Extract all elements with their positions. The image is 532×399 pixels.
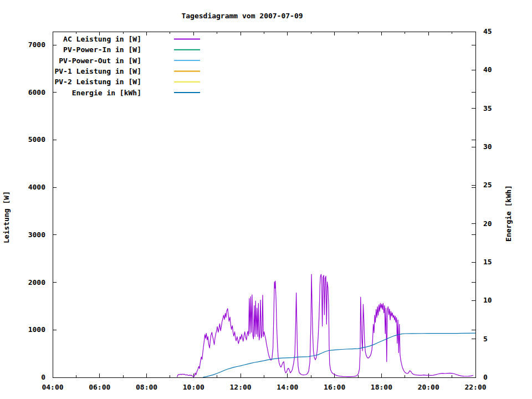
y-tick-label-right: 10 bbox=[483, 296, 492, 304]
x-tick-label: 06:00 bbox=[89, 383, 110, 391]
x-tick-label: 14:00 bbox=[277, 383, 298, 391]
x-tick-label: 16:00 bbox=[324, 383, 345, 391]
x-tick-label: 10:00 bbox=[183, 383, 204, 391]
y-tick-label-right: 20 bbox=[483, 219, 492, 228]
y-tick-label-right: 45 bbox=[483, 27, 492, 35]
x-tick-label: 18:00 bbox=[371, 383, 392, 391]
y-tick-label-right: 40 bbox=[483, 65, 492, 74]
series-line-ac-leistung-in-w bbox=[177, 274, 473, 377]
legend-label: PV-Power-Out in [W] bbox=[59, 57, 141, 65]
y-axis-label-right: Energie [kWh] bbox=[504, 185, 513, 242]
y-tick-label-right: 5 bbox=[483, 335, 488, 343]
legend-label: Energie in [kWh] bbox=[72, 89, 141, 97]
y-tick-label-left: 6000 bbox=[28, 88, 45, 96]
x-tick-label: 20:00 bbox=[418, 383, 439, 391]
plot-area: Tagesdiagramm vom 2007-07-09 Leistung [W… bbox=[0, 0, 532, 399]
x-tick-label: 08:00 bbox=[136, 383, 157, 391]
x-tick-label: 22:00 bbox=[464, 383, 486, 391]
y-tick-label-left: 3000 bbox=[28, 231, 45, 239]
legend-label: PV-2 Leistung in [W] bbox=[54, 78, 141, 86]
plot-generated-content: 04:0006:0008:0010:0012:0014:0016:0018:00… bbox=[28, 27, 492, 391]
legend-label: AC Leistung in [W] bbox=[63, 35, 141, 43]
legend-label: PV-1 Leistung in [W] bbox=[54, 67, 141, 75]
y-tick-label-left: 0 bbox=[41, 373, 45, 381]
y-tick-label-right: 25 bbox=[483, 181, 492, 189]
y-tick-label-right: 35 bbox=[483, 104, 492, 112]
y-tick-label-left: 5000 bbox=[28, 135, 45, 144]
chart-canvas: Tagesdiagramm vom 2007-07-09 Leistung [W… bbox=[0, 0, 532, 399]
y-tick-label-left: 4000 bbox=[28, 183, 45, 191]
y-tick-label-right: 0 bbox=[483, 373, 488, 381]
y-tick-label-right: 30 bbox=[483, 142, 492, 151]
y-tick-label-left: 7000 bbox=[28, 40, 45, 49]
legend-label: PV-Power-In in [W] bbox=[63, 45, 141, 54]
x-tick-label: 12:00 bbox=[230, 383, 252, 391]
y-axis-label-left: Leistung [W] bbox=[2, 191, 11, 243]
x-tick-label: 04:00 bbox=[42, 383, 63, 391]
y-tick-label-left: 1000 bbox=[28, 325, 45, 334]
y-tick-label-left: 2000 bbox=[28, 278, 45, 287]
y-tick-label-right: 15 bbox=[483, 258, 492, 266]
series-line-energie-in-kwh bbox=[203, 333, 475, 377]
chart-title: Tagesdiagramm vom 2007-07-09 bbox=[181, 12, 303, 20]
